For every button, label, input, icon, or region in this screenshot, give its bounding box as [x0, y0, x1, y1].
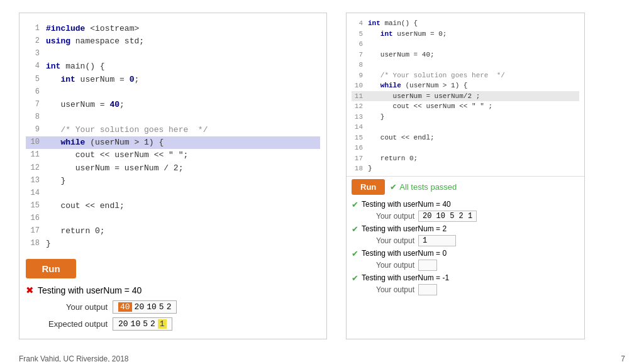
footer: Frank Vahid, UC Riverside, 2018 7	[0, 352, 644, 362]
footer-page-num: 7	[621, 354, 625, 362]
expected-output-box-left: 20 10 5 2 1	[113, 317, 172, 331]
right-code-line: 7 userNum = 40;	[352, 50, 579, 60]
right-output-box-4	[418, 284, 437, 295]
output-row-3: Your output	[364, 260, 579, 271]
your-output-box-left: 40 20 10 5 2	[113, 300, 177, 314]
code-line: 3	[26, 48, 320, 60]
test-item-1: ✔ Testing with userNum = 40 Your output …	[352, 200, 579, 222]
expected-value-20: 20	[118, 319, 128, 329]
check-icon-2: ✔	[352, 224, 358, 234]
code-line: 14	[26, 187, 320, 200]
right-output-label-1: Your output	[364, 212, 414, 221]
code-line-while: 10 while (userNum > 1) {	[26, 136, 320, 149]
your-output-label-left: Your output	[26, 302, 108, 312]
x-icon: ✖	[26, 285, 34, 296]
right-output-box-3	[418, 260, 437, 271]
right-output-value-1: 20 10 5 2 1	[423, 212, 472, 221]
left-code-area: 1 #include <iostream> 2 using namespace …	[19, 19, 326, 254]
code-line: 15 cout << endl;	[26, 200, 320, 212]
code-line: 8	[26, 111, 320, 124]
expected-value-2: 2	[150, 319, 155, 329]
code-line: 16	[26, 212, 320, 225]
code-line: 5 int userNum = 0;	[26, 74, 320, 86]
right-code-line: 18 }	[352, 163, 579, 174]
page-container: 1 #include <iostream> 2 using namespace …	[0, 0, 644, 362]
expected-output-label-left: Expected output	[26, 319, 108, 329]
output-row-2: Your output 1	[364, 235, 579, 246]
code-line: 2 using namespace std;	[26, 35, 320, 48]
code-line: 17 return 0;	[26, 225, 320, 238]
output-value-10: 10	[147, 302, 157, 312]
code-line: 12 userNum = userNum / 2;	[26, 162, 320, 175]
right-output-box-2: 1	[418, 235, 456, 246]
right-code-line: 9 /* Your solution goes here */	[352, 70, 579, 81]
right-code-line-highlight: 11 userNum = userNum/2 ;	[352, 91, 579, 102]
right-tests: ✔ Testing with userNum = 40 Your output …	[347, 197, 584, 300]
output-value-40: 40	[118, 302, 132, 312]
code-line: 9 /* Your solution goes here */	[26, 124, 320, 136]
expected-value-10: 10	[131, 319, 141, 329]
right-output-label-4: Your output	[364, 285, 414, 294]
code-line: 1 #include <iostream>	[26, 23, 320, 35]
test-label-text-1: Testing with userNum = 40	[362, 200, 451, 209]
test-label-text-2: Testing with userNum = 2	[362, 224, 447, 233]
right-code-line: 14	[352, 122, 579, 133]
expected-value-5: 5	[143, 319, 148, 329]
code-line: 11 cout << userNum << " ";	[26, 149, 320, 162]
expected-output-row-left: Expected output 20 10 5 2 1	[19, 315, 326, 332]
output-value-5: 5	[159, 302, 164, 312]
code-line: 13 }	[26, 175, 320, 187]
output-row-1: Your output 20 10 5 2 1	[364, 211, 579, 222]
test-label-text-3: Testing with userNum = 0	[362, 249, 447, 258]
right-code-line: 13 }	[352, 112, 579, 123]
code-line: 7 userNum = 40;	[26, 99, 320, 111]
your-output-row-left: Your output 40 20 10 5 2	[19, 299, 326, 315]
right-panel: 4 int main() { 5 int userNum = 0; 6 7 us…	[346, 13, 585, 339]
footer-credit: Frank Vahid, UC Riverside, 2018	[19, 354, 129, 362]
run-button-left[interactable]: Run	[26, 259, 76, 278]
right-code-line: 5 int userNum = 0;	[352, 29, 579, 40]
right-controls: Run ✔ All tests passed	[347, 176, 584, 197]
right-code-line: 6	[352, 39, 579, 50]
right-code-line: 17 return 0;	[352, 153, 579, 164]
right-output-label-3: Your output	[364, 261, 414, 270]
right-code-area: 4 int main() { 5 int userNum = 0; 6 7 us…	[347, 16, 584, 176]
right-code-line: 10 while (userNum > 1) {	[352, 80, 579, 91]
code-line: 6	[26, 86, 320, 99]
test-label-4: ✔ Testing with userNum = -1	[352, 273, 579, 283]
test-item-3: ✔ Testing with userNum = 0 Your output	[352, 249, 579, 271]
check-icon-3: ✔	[352, 249, 358, 258]
test-label-1: ✔ Testing with userNum = 40	[352, 200, 579, 209]
right-code-line: 16	[352, 143, 579, 153]
right-output-label-2: Your output	[364, 236, 414, 245]
right-output-value-2: 1	[423, 236, 427, 245]
test-label-2: ✔ Testing with userNum = 2	[352, 224, 579, 234]
expected-value-1: 1	[158, 319, 167, 329]
right-output-box-1: 20 10 5 2 1	[418, 211, 477, 222]
main-content: 1 #include <iostream> 2 using namespace …	[0, 0, 644, 352]
test-label-text-4: Testing with userNum = -1	[362, 273, 449, 282]
test-item-4: ✔ Testing with userNum = -1 Your output	[352, 273, 579, 295]
test-result-left: ✖ Testing with userNum = 40	[19, 282, 326, 299]
code-line: 4 int main() {	[26, 60, 320, 73]
run-button-right[interactable]: Run	[352, 179, 385, 195]
output-value-20: 20	[135, 302, 145, 312]
test-label-left: Testing with userNum = 40	[38, 285, 142, 295]
right-code-line: 12 cout << userNum << " " ;	[352, 101, 579, 112]
check-all-icon: ✔	[390, 182, 397, 192]
test-item-2: ✔ Testing with userNum = 2 Your output 1	[352, 224, 579, 246]
output-row-4: Your output	[364, 284, 579, 295]
test-label-3: ✔ Testing with userNum = 0	[352, 249, 579, 258]
right-code-line: 8	[352, 60, 579, 70]
code-line: 18 }	[26, 238, 320, 250]
left-panel: 1 #include <iostream> 2 using namespace …	[19, 13, 327, 339]
all-passed-label: ✔ All tests passed	[390, 182, 457, 192]
right-code-line: 4 int main() {	[352, 18, 579, 29]
check-icon-1: ✔	[352, 200, 358, 209]
output-value-2: 2	[167, 302, 172, 312]
check-icon-4: ✔	[352, 273, 358, 283]
right-code-line: 15 cout << endl;	[352, 133, 579, 143]
